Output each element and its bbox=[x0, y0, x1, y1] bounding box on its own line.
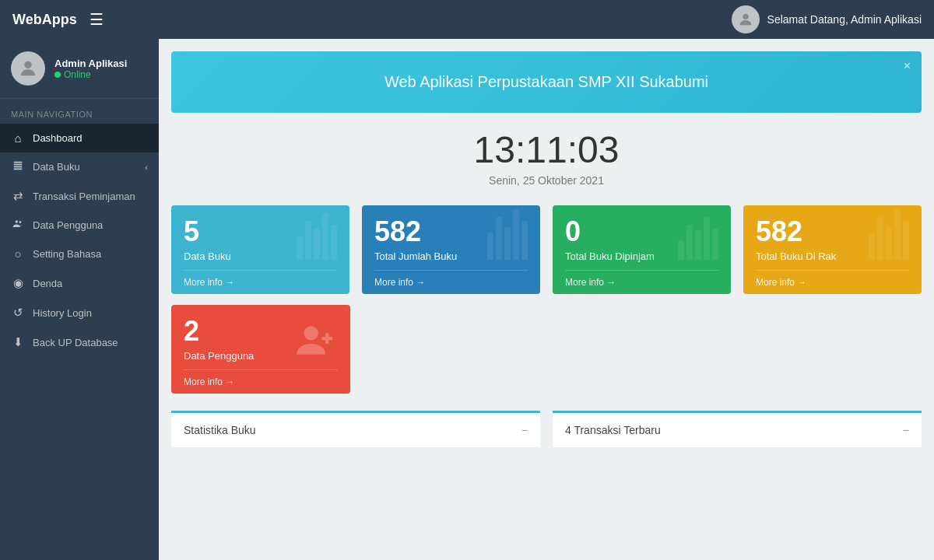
sidebar-item-data-pengguna[interactable]: Data Pengguna bbox=[0, 211, 159, 240]
sidebar-item-denda[interactable]: ◉ Denda bbox=[0, 268, 159, 298]
stat-more-info-total-buku-di-rak[interactable]: More info → bbox=[756, 270, 909, 294]
denda-icon: ◉ bbox=[11, 276, 25, 290]
navbar-brand: WebApps bbox=[12, 12, 77, 28]
stat-number-data-buku: 5 bbox=[184, 218, 231, 246]
stat-label-total-buku-dipinjam: Total Buku Dipinjam bbox=[565, 250, 655, 262]
stat-card-data-pengguna: 2 Data Pengguna More info → bbox=[171, 305, 350, 394]
svg-point-0 bbox=[743, 14, 748, 19]
sidebar-status: Online bbox=[54, 69, 127, 80]
stat-number-total-buku-dipinjam: 0 bbox=[565, 218, 655, 246]
transaksi-terbaru-collapse[interactable]: − bbox=[903, 424, 909, 436]
clock-section: 13:11:03 Senin, 25 Oktober 2021 bbox=[159, 113, 934, 194]
svg-rect-2 bbox=[14, 162, 23, 163]
stat-number-data-pengguna: 2 bbox=[184, 317, 254, 345]
svg-rect-4 bbox=[14, 166, 23, 168]
banner-close[interactable]: × bbox=[904, 59, 911, 73]
stat-card-total-buku-di-rak: 582 Total Buku Di Rak More info → bbox=[743, 205, 922, 294]
stat-more-info-data-pengguna[interactable]: More info → bbox=[184, 369, 338, 394]
svg-point-7 bbox=[19, 221, 21, 223]
status-dot bbox=[54, 72, 61, 78]
sidebar-item-label-history-login: History Login bbox=[33, 307, 92, 319]
transaksi-terbaru-section: 4 Transaksi Terbaru − bbox=[553, 411, 922, 447]
sidebar: Admin Aplikasi Online MAIN NAVIGATION ⌂ … bbox=[0, 39, 159, 560]
data-buku-icon bbox=[11, 160, 25, 173]
stat-more-info-data-buku[interactable]: More info → bbox=[184, 270, 337, 294]
stats-row2: 2 Data Pengguna More info → bbox=[159, 305, 934, 404]
navbar-avatar bbox=[732, 5, 760, 33]
sidebar-item-label-data-buku: Data Buku bbox=[33, 161, 80, 173]
sidebar-item-setting-bahasa[interactable]: ○ Setting Bahasa bbox=[0, 240, 159, 268]
stat-label-total-buku-di-rak: Total Buku Di Rak bbox=[756, 250, 836, 262]
dashboard-icon: ⌂ bbox=[11, 131, 25, 145]
statistika-buku-title: Statistika Buku bbox=[184, 424, 256, 436]
stat-more-info-total-jumlah-buku[interactable]: More info → bbox=[374, 270, 528, 294]
sidebar-item-label-transaksi: Transaksi Peminjaman bbox=[33, 191, 135, 202]
stat-chart-total-jumlah-buku bbox=[487, 221, 528, 260]
navbar-right: Selamat Datang, Admin Aplikasi bbox=[732, 5, 922, 33]
stat-more-info-total-buku-dipinjam[interactable]: More info → bbox=[565, 270, 718, 294]
main-content: Web Aplikasi Perpustakaan SMP XII Sukabu… bbox=[159, 39, 934, 560]
stat-label-data-pengguna: Data Pengguna bbox=[184, 350, 254, 362]
navbar-toggle[interactable]: ☰ bbox=[90, 10, 104, 29]
transaksi-icon: ⇄ bbox=[11, 189, 25, 203]
statistika-buku-section: Statistika Buku − bbox=[171, 411, 540, 447]
svg-point-6 bbox=[16, 220, 19, 223]
stat-label-total-jumlah-buku: Total Jumlah Buku bbox=[374, 250, 457, 262]
sidebar-item-data-buku[interactable]: Data Buku ‹ bbox=[0, 152, 159, 181]
sidebar-item-history-login[interactable]: ↺ History Login bbox=[0, 298, 159, 327]
svg-point-8 bbox=[304, 326, 318, 340]
banner-text: Web Aplikasi Perpustakaan SMP XII Sukabu… bbox=[384, 73, 708, 90]
stat-card-data-buku: 5 Data Buku More info → bbox=[171, 205, 349, 294]
sidebar-user-section: Admin Aplikasi Online bbox=[0, 39, 159, 99]
navbar: WebApps ☰ Selamat Datang, Admin Aplikasi bbox=[0, 0, 934, 39]
stat-chart-total-buku-di-rak bbox=[869, 221, 909, 260]
sidebar-item-label-setting-bahasa: Setting Bahasa bbox=[33, 248, 101, 260]
sidebar-item-label-dashboard: Dashboard bbox=[33, 132, 83, 144]
stat-number-total-buku-di-rak: 582 bbox=[756, 218, 836, 246]
svg-rect-3 bbox=[14, 164, 23, 166]
svg-rect-5 bbox=[14, 169, 23, 170]
sidebar-nav-label: MAIN NAVIGATION bbox=[0, 99, 159, 124]
sidebar-username: Admin Aplikasi bbox=[54, 58, 127, 69]
history-login-icon: ↺ bbox=[11, 306, 25, 320]
stat-number-total-jumlah-buku: 582 bbox=[374, 218, 457, 246]
stat-icon-data-pengguna bbox=[295, 319, 338, 368]
svg-point-1 bbox=[24, 61, 31, 68]
bottom-sections: Statistika Buku − 4 Transaksi Terbaru − bbox=[159, 411, 934, 460]
transaksi-terbaru-title: 4 Transaksi Terbaru bbox=[565, 424, 661, 436]
stat-card-total-buku-dipinjam: 0 Total Buku Dipinjam More info → bbox=[553, 205, 731, 294]
sidebar-item-dashboard[interactable]: ⌂ Dashboard bbox=[0, 124, 159, 152]
sidebar-avatar bbox=[11, 51, 45, 86]
clock-date: Senin, 25 Oktober 2021 bbox=[171, 174, 922, 187]
sidebar-item-label-backup-db: Back UP Database bbox=[33, 337, 118, 348]
data-pengguna-icon bbox=[11, 219, 25, 232]
clock-time: 13:11:03 bbox=[171, 128, 922, 171]
stats-row1: 5 Data Buku More info → 582 Total Jumlah… bbox=[159, 194, 934, 305]
setting-bahasa-icon: ○ bbox=[11, 247, 25, 261]
stat-chart-total-buku-dipinjam bbox=[678, 221, 718, 260]
backup-db-icon: ⬇ bbox=[11, 335, 25, 349]
navbar-greeting: Selamat Datang, Admin Aplikasi bbox=[767, 13, 922, 26]
sidebar-item-transaksi[interactable]: ⇄ Transaksi Peminjaman bbox=[0, 181, 159, 211]
sidebar-item-label-denda: Denda bbox=[33, 278, 62, 289]
chevron-icon: ‹ bbox=[145, 163, 148, 172]
stat-chart-data-buku bbox=[297, 221, 337, 260]
stat-label-data-buku: Data Buku bbox=[184, 250, 231, 262]
sidebar-item-label-data-pengguna: Data Pengguna bbox=[33, 219, 103, 231]
transaksi-terbaru-header: 4 Transaksi Terbaru − bbox=[565, 424, 909, 436]
stat-card-total-jumlah-buku: 582 Total Jumlah Buku More info → bbox=[362, 205, 540, 294]
sidebar-item-backup-db[interactable]: ⬇ Back UP Database bbox=[0, 327, 159, 357]
statistika-buku-header: Statistika Buku − bbox=[184, 424, 528, 436]
statistika-buku-collapse[interactable]: − bbox=[521, 424, 528, 436]
banner: Web Aplikasi Perpustakaan SMP XII Sukabu… bbox=[171, 51, 922, 113]
